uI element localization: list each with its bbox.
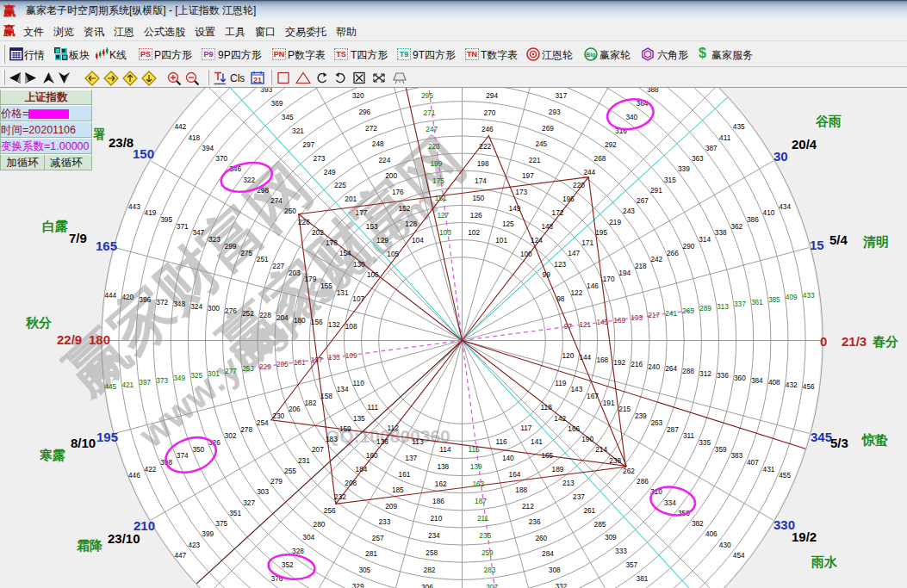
svg-text:395: 395 [160,215,172,224]
svg-text:347: 347 [192,228,204,237]
svg-text:434: 434 [779,202,791,211]
svg-text:287: 287 [667,425,679,434]
svg-text:245: 245 [535,139,547,148]
svg-text:432: 432 [786,381,798,389]
svg-text:145: 145 [596,318,608,326]
svg-text:454: 454 [733,551,745,560]
svg-text:420: 420 [121,293,134,301]
svg-text:244: 244 [583,168,595,176]
svg-text:276: 276 [225,306,237,315]
svg-text:227: 227 [272,262,284,270]
svg-text:196: 196 [562,195,575,203]
svg-text:332: 332 [555,582,567,588]
svg-text:220: 220 [573,181,585,189]
svg-text:281: 281 [365,549,377,558]
svg-text:5/4: 5/4 [829,232,848,247]
svg-text:133: 133 [328,353,340,362]
svg-text:184: 184 [356,465,368,473]
svg-text:202: 202 [312,228,324,237]
svg-text:207: 207 [312,445,324,454]
svg-text:321: 321 [292,127,304,135]
svg-text:223: 223 [428,142,440,151]
svg-text:435: 435 [733,122,745,131]
svg-text:397: 397 [139,378,151,387]
svg-text:226: 226 [298,218,310,226]
svg-text:222: 222 [479,142,491,151]
svg-text:327: 327 [243,498,255,507]
svg-text:131: 131 [337,288,349,297]
svg-text:285: 285 [594,520,606,529]
svg-text:143: 143 [570,385,582,393]
svg-text:158: 158 [320,392,332,400]
svg-text:155: 155 [320,282,332,290]
svg-text:254: 254 [257,418,269,427]
svg-text:306: 306 [421,583,433,588]
svg-text:348: 348 [173,300,185,308]
svg-text:186: 186 [432,497,444,505]
svg-text:408: 408 [768,378,780,387]
svg-text:265: 265 [682,306,694,315]
svg-text:0: 0 [820,334,827,349]
svg-text:383: 383 [730,451,742,460]
svg-text:雨水: 雨水 [811,554,838,569]
svg-text:337: 337 [734,300,746,308]
svg-text:115: 115 [468,445,480,454]
svg-text:345: 345 [811,430,832,444]
svg-text:235: 235 [479,531,491,540]
svg-text:236: 236 [529,517,541,526]
svg-text:357: 357 [625,560,637,569]
svg-text:148: 148 [541,222,553,231]
svg-text:134: 134 [337,385,349,393]
svg-text:100: 100 [520,250,532,258]
svg-text:418: 418 [188,133,200,142]
svg-text:278: 278 [240,425,252,434]
svg-text:228: 228 [259,311,271,319]
svg-text:396: 396 [139,295,151,304]
svg-text:121: 121 [579,320,591,329]
svg-text:117: 117 [520,424,532,432]
svg-text:210: 210 [430,514,442,523]
svg-text:221: 221 [529,156,541,164]
svg-text:201: 201 [345,195,357,203]
svg-text:195: 195 [595,228,607,237]
svg-text:421: 421 [121,381,134,389]
svg-text:183: 183 [326,435,338,443]
svg-text:362: 362 [730,222,742,231]
svg-text:325: 325 [190,371,202,380]
svg-text:293: 293 [549,108,561,116]
svg-text:257: 257 [372,534,384,542]
svg-text:秋分: 秋分 [25,315,52,330]
svg-text:352: 352 [282,560,294,569]
svg-text:167: 167 [587,392,599,400]
svg-text:308: 308 [549,566,561,574]
svg-text:322: 322 [243,176,255,184]
svg-text:406: 406 [705,529,718,538]
svg-text:124: 124 [531,236,543,244]
svg-text:178: 178 [326,238,338,247]
svg-text:336: 336 [717,371,729,380]
svg-text:139: 139 [470,462,482,471]
svg-text:360: 360 [734,374,746,382]
svg-text:214: 214 [595,445,607,454]
svg-text:279: 279 [270,477,283,486]
svg-text:175: 175 [432,176,444,185]
svg-text:98: 98 [556,294,565,303]
svg-text:386: 386 [747,215,759,224]
svg-text:372: 372 [156,298,168,306]
svg-text:104: 104 [412,236,424,244]
svg-text:159: 159 [339,424,351,433]
svg-text:286: 286 [637,477,649,486]
svg-text:108: 108 [345,322,357,331]
svg-text:283: 283 [484,566,496,574]
svg-text:263: 263 [650,418,662,427]
svg-text:21/3: 21/3 [842,334,867,349]
svg-text:442: 442 [174,122,186,131]
svg-text:255: 255 [284,467,296,475]
svg-text:307: 307 [486,583,498,588]
svg-text:109: 109 [345,351,357,360]
svg-text:213: 213 [562,479,575,487]
svg-text:290: 290 [683,242,695,251]
svg-text:23/10: 23/10 [108,531,140,546]
svg-text:317: 317 [555,91,567,100]
svg-text:173: 173 [515,188,527,196]
